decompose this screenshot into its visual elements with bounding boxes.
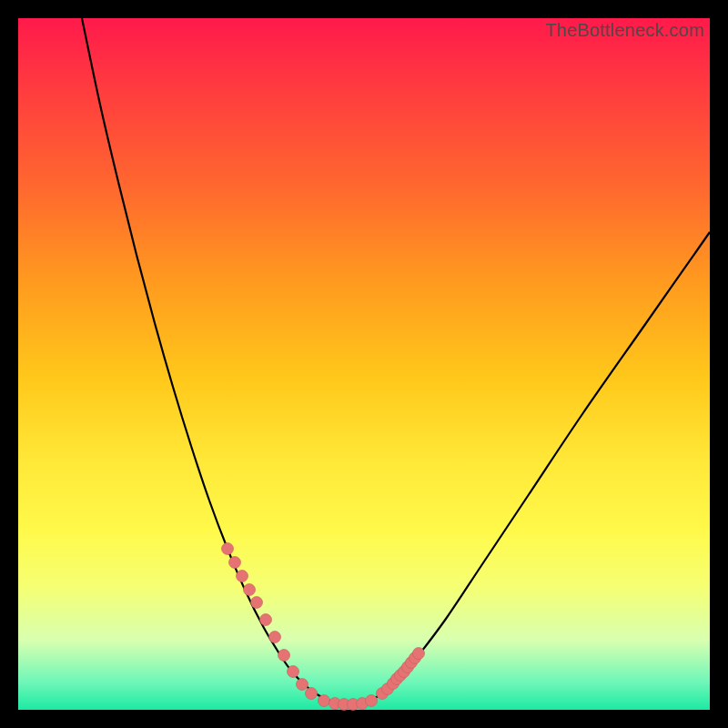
curve-marker (278, 650, 290, 662)
curve-marker (237, 571, 248, 582)
curve-svg (18, 18, 710, 710)
curve-marker (222, 543, 234, 555)
curve-markers (222, 543, 425, 711)
curve-marker (251, 597, 263, 609)
curve-marker (306, 688, 318, 700)
curve-marker (269, 632, 281, 643)
curve-marker (366, 695, 378, 707)
curve-marker (288, 666, 299, 678)
curve-marker (229, 557, 241, 569)
curve-marker (297, 679, 308, 691)
plot-area: TheBottleneck.com (18, 18, 710, 710)
curve-marker (244, 584, 256, 596)
curve-marker (318, 695, 330, 707)
curve-marker (260, 614, 272, 626)
chart-frame: TheBottleneck.com (18, 18, 710, 710)
curve-marker (413, 648, 425, 660)
bottleneck-curve (82, 18, 710, 704)
